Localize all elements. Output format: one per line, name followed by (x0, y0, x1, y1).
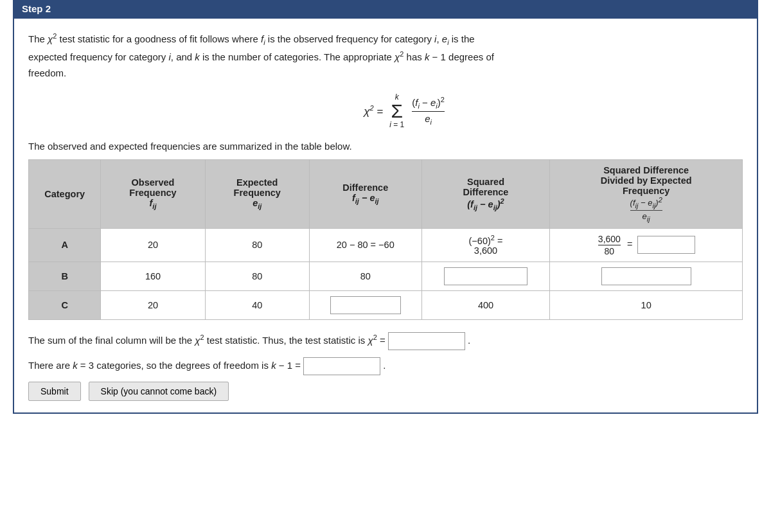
input-degrees-freedom[interactable] (303, 357, 380, 375)
th-category: Category (29, 160, 101, 229)
cell-expected-a: 80 (205, 228, 309, 262)
input-test-statistic[interactable] (388, 332, 465, 350)
step-header: Step 2 (13, 0, 758, 17)
table-row: A 20 80 20 − 80 = −60 (−60)2 =3,600 3,60… (29, 228, 743, 262)
cell-diff-c[interactable] (309, 290, 421, 319)
th-squared: SquaredDifference(fij − eij)2 (421, 160, 550, 229)
footer-line2: There are k = 3 categories, so the degre… (28, 357, 743, 375)
th-squared-div: Squared DifferenceDivided by ExpectedFre… (550, 160, 743, 229)
formula-display: χ2 = k Σ i = 1 (fi − ei)2 ei (67, 93, 743, 129)
cell-sq-b[interactable] (421, 262, 550, 290)
input-sq-b[interactable] (444, 267, 527, 285)
cell-sq-c: 400 (421, 290, 550, 319)
table-row: C 20 40 400 10 (29, 290, 743, 319)
button-row: Submit Skip (you cannot come back) (28, 382, 743, 401)
input-diff-c[interactable] (330, 296, 401, 314)
cell-observed-b: 160 (101, 262, 205, 290)
cell-sqdiv-a: 3,600 80 = (550, 228, 743, 262)
input-sqdiv-a[interactable] (637, 236, 695, 254)
th-difference: Differencefij − eij (309, 160, 421, 229)
step-label: Step 2 (22, 3, 51, 14)
cell-expected-b: 80 (205, 262, 309, 290)
cell-observed-c: 20 (101, 290, 205, 319)
table-row: B 160 80 80 (29, 262, 743, 290)
footer-line1: The sum of the final column will be the … (28, 332, 743, 350)
th-expected: ExpectedFrequencyeij (205, 160, 309, 229)
cell-category-c: C (29, 290, 101, 319)
cell-sqdiv-b[interactable] (550, 262, 743, 290)
th-observed: ObservedFrequencyfij (101, 160, 205, 229)
skip-button[interactable]: Skip (you cannot come back) (89, 382, 229, 401)
cell-category-a: A (29, 228, 101, 262)
cell-diff-a: 20 − 80 = −60 (309, 228, 421, 262)
intro-paragraph: The χ2 test statistic for a goodness of … (28, 30, 743, 82)
cell-diff-b: 80 (309, 262, 421, 290)
cell-observed-a: 20 (101, 228, 205, 262)
cell-sqdiv-c: 10 (550, 290, 743, 319)
cell-category-b: B (29, 262, 101, 290)
cell-expected-c: 40 (205, 290, 309, 319)
cell-sq-a: (−60)2 =3,600 (421, 228, 550, 262)
frequency-table: Category ObservedFrequencyfij ExpectedFr… (28, 159, 743, 320)
submit-button[interactable]: Submit (28, 382, 81, 401)
input-sqdiv-b[interactable] (601, 267, 691, 285)
summary-text: The observed and expected frequencies ar… (28, 141, 743, 152)
